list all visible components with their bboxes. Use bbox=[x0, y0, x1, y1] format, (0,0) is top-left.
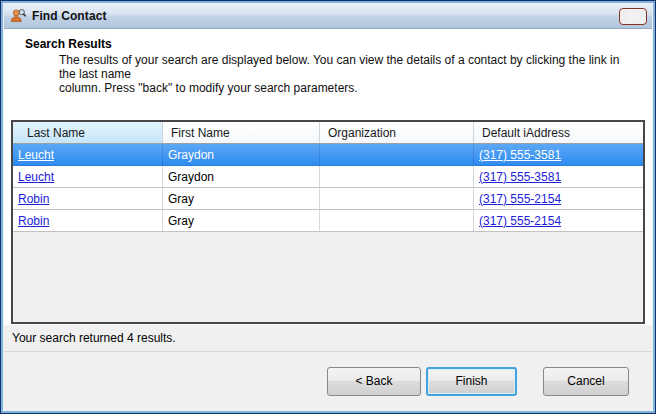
column-header-default-iaddress[interactable]: Default iAddress bbox=[474, 122, 643, 143]
last-name-link[interactable]: Robin bbox=[18, 192, 49, 206]
iaddress-link[interactable]: (317) 555-3581 bbox=[479, 170, 561, 184]
first-name-cell: Gray bbox=[163, 188, 320, 209]
first-name-cell: Graydon bbox=[163, 166, 320, 187]
description-line: column. Press "back" to modify your sear… bbox=[59, 81, 634, 95]
finish-button[interactable]: Finish bbox=[426, 367, 517, 396]
titlebar[interactable]: Find Contact bbox=[4, 4, 652, 29]
status-bar: Your search returned 4 results. bbox=[4, 325, 652, 351]
wizard-page: Search Results The results of your searc… bbox=[4, 29, 652, 325]
description-line: The results of your search are displayed… bbox=[59, 53, 634, 81]
find-contact-icon bbox=[10, 8, 26, 24]
last-name-link[interactable]: Robin bbox=[18, 214, 49, 228]
first-name-cell: Graydon bbox=[163, 144, 320, 165]
button-bar: < Back Finish Cancel bbox=[4, 351, 652, 410]
table-body: Leucht Graydon (317) 555-3581 Leucht Gra… bbox=[13, 144, 643, 232]
page-title: Search Results bbox=[25, 37, 112, 51]
column-header-organization[interactable]: Organization bbox=[320, 122, 474, 143]
organization-cell bbox=[320, 210, 474, 231]
table-row[interactable]: Leucht Graydon (317) 555-3581 bbox=[13, 166, 643, 188]
iaddress-link[interactable]: (317) 555-2154 bbox=[479, 192, 561, 206]
close-icon bbox=[628, 12, 639, 21]
close-button[interactable] bbox=[619, 8, 647, 25]
iaddress-link[interactable]: (317) 555-2154 bbox=[479, 214, 561, 228]
column-header-first-name[interactable]: First Name bbox=[163, 122, 320, 143]
column-header-last-name[interactable]: Last Name bbox=[13, 122, 163, 143]
window-title: Find Contact bbox=[32, 9, 107, 23]
table-row[interactable]: Leucht Graydon (317) 555-3581 bbox=[13, 144, 643, 166]
table-row[interactable]: Robin Gray (317) 555-2154 bbox=[13, 210, 643, 232]
iaddress-link[interactable]: (317) 555-3581 bbox=[479, 148, 561, 162]
first-name-cell: Gray bbox=[163, 210, 320, 231]
table-header-row: Last Name First Name Organization Defaul… bbox=[13, 122, 643, 144]
last-name-link[interactable]: Leucht bbox=[18, 148, 54, 162]
table-row[interactable]: Robin Gray (317) 555-2154 bbox=[13, 188, 643, 210]
organization-cell bbox=[320, 166, 474, 187]
cancel-button[interactable]: Cancel bbox=[543, 367, 629, 396]
results-table: Last Name First Name Organization Defaul… bbox=[11, 120, 645, 324]
organization-cell bbox=[320, 188, 474, 209]
back-button[interactable]: < Back bbox=[327, 367, 421, 396]
organization-cell bbox=[320, 144, 474, 165]
page-description: The results of your search are displayed… bbox=[59, 53, 634, 95]
find-contact-dialog: Find Contact Search Results The results … bbox=[0, 0, 656, 414]
last-name-link[interactable]: Leucht bbox=[18, 170, 54, 184]
status-message: Your search returned 4 results. bbox=[12, 331, 176, 345]
